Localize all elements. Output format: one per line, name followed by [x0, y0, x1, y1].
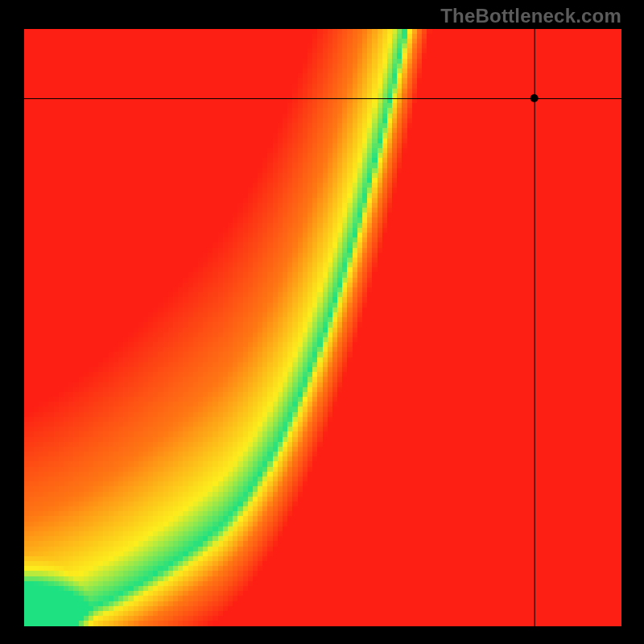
heatmap-canvas: [24, 29, 621, 626]
chart-frame: TheBottleneck.com: [0, 0, 644, 644]
watermark-text: TheBottleneck.com: [440, 5, 621, 27]
heatmap-plot: [24, 29, 621, 626]
